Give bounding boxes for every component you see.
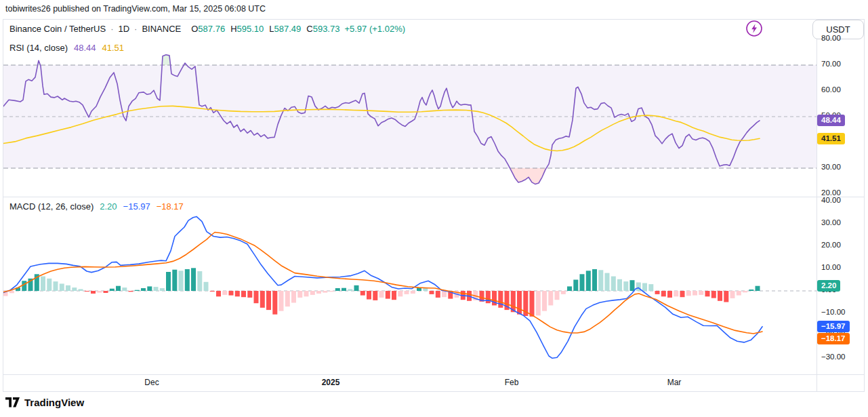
separator-dot: ·: [134, 24, 137, 34]
published-chart-page: tobiwrites26 published on TradingView.co…: [0, 0, 868, 417]
price-tick-label: −10.00: [821, 308, 846, 316]
price-tick-label: 30.00: [821, 218, 841, 226]
price-tick-label: 30.00: [821, 163, 841, 171]
open-value: O587.76: [191, 24, 225, 34]
rsi-pane-chart[interactable]: [3, 38, 817, 197]
time-tick-label[interactable]: Dec: [144, 378, 159, 387]
macd-line-value: −15.97: [123, 201, 150, 212]
rsi-value: 48.44: [74, 43, 96, 53]
indicator-value-badge: 2.20: [817, 280, 840, 292]
publish-info: tobiwrites26 published on TradingView.co…: [5, 4, 266, 14]
ohlc-values: O587.76 H595.10 L587.49 C593.73: [191, 24, 339, 34]
indicator-value-badge: 41.51: [817, 133, 845, 144]
time-tick-label[interactable]: Mar: [667, 378, 682, 387]
rsi-ma-value: 41.51: [102, 43, 125, 53]
tradingview-logo-text: TradingView: [24, 397, 84, 408]
macd-pane-chart[interactable]: [3, 197, 817, 374]
tradingview-logo[interactable]: TradingView: [5, 397, 84, 408]
macd-indicator-title[interactable]: MACD (12, 26, close): [9, 201, 94, 212]
interval-label[interactable]: 1D: [118, 24, 129, 34]
indicator-value-badge: 48.44: [817, 115, 845, 126]
price-tick-label: 40.00: [821, 196, 841, 204]
separator-dot: ·: [110, 24, 113, 34]
lightning-bolt-icon: [745, 20, 763, 37]
time-tick-label[interactable]: 2025: [322, 378, 340, 387]
rsi-pane-legend: RSI (14, close) 48.44 41.51: [9, 43, 124, 53]
high-value: H595.10: [230, 24, 264, 34]
macd-hist-value: 2.20: [100, 201, 117, 212]
macd-signal-value: −18.17: [157, 201, 184, 212]
low-value: L587.49: [269, 24, 301, 34]
symbol-name[interactable]: Binance Coin / TetherUS: [9, 24, 106, 34]
price-tick-label: 60.00: [821, 85, 841, 94]
price-tick-label: 70.00: [821, 60, 841, 68]
price-tick-label: −30.00: [821, 353, 846, 361]
indicator-value-badge: −18.17: [817, 333, 850, 344]
tradingview-glyph-icon: [5, 397, 20, 408]
price-tick-label: 20.00: [821, 241, 841, 249]
close-value: C593.73: [306, 24, 339, 34]
symbol-header: Binance Coin / TetherUS · 1D · BINANCE O…: [9, 19, 405, 38]
time-tick-label[interactable]: Feb: [505, 378, 519, 387]
boost-button[interactable]: [745, 20, 763, 37]
indicator-value-badge: −15.97: [817, 321, 850, 332]
change-value: +5.97 (+1.02%): [344, 24, 405, 34]
price-tick-label: 10.00: [821, 263, 841, 271]
rsi-indicator-title[interactable]: RSI (14, close): [9, 43, 68, 53]
macd-pane-legend: MACD (12, 26, close) 2.20 −15.97 −18.17: [9, 201, 184, 212]
time-axis-separator: [3, 374, 865, 375]
price-tick-label: 80.00: [821, 34, 841, 42]
exchange-label: BINANCE: [142, 24, 181, 34]
